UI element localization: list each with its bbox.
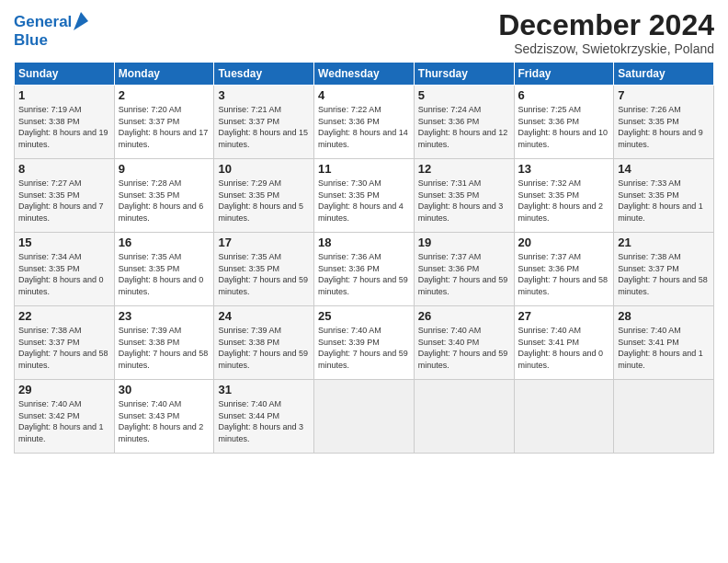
table-cell: 7 Sunrise: 7:26 AMSunset: 3:35 PMDayligh… (614, 86, 714, 159)
col-sunday: Sunday (15, 63, 115, 86)
col-wednesday: Wednesday (314, 63, 415, 86)
day-info: Sunrise: 7:29 AMSunset: 3:35 PMDaylight:… (218, 178, 310, 224)
col-tuesday: Tuesday (214, 63, 314, 86)
month-title: December 2024 (498, 9, 714, 41)
table-cell: 12 Sunrise: 7:31 AMSunset: 3:35 PMDaylig… (414, 159, 514, 233)
logo-general: General (14, 13, 72, 30)
day-info: Sunrise: 7:38 AMSunset: 3:37 PMDaylight:… (618, 251, 710, 297)
header: General Blue December 2024 Sedziszow, Sw… (14, 9, 714, 56)
table-cell: 9 Sunrise: 7:28 AMSunset: 3:35 PMDayligh… (114, 159, 214, 233)
col-monday: Monday (114, 63, 214, 86)
table-cell: 28 Sunrise: 7:40 AMSunset: 3:41 PMDaylig… (614, 306, 714, 380)
table-cell: 11 Sunrise: 7:30 AMSunset: 3:35 PMDaylig… (314, 159, 415, 233)
day-number: 28 (618, 309, 710, 323)
day-info: Sunrise: 7:40 AMSunset: 3:42 PMDaylight:… (18, 398, 110, 444)
table-cell: 2 Sunrise: 7:20 AMSunset: 3:37 PMDayligh… (114, 86, 214, 159)
table-cell: 29 Sunrise: 7:40 AMSunset: 3:42 PMDaylig… (15, 380, 115, 454)
table-cell: 30 Sunrise: 7:40 AMSunset: 3:43 PMDaylig… (114, 380, 214, 454)
table-cell (614, 380, 714, 454)
day-info: Sunrise: 7:21 AMSunset: 3:37 PMDaylight:… (218, 104, 310, 150)
col-thursday: Thursday (414, 63, 514, 86)
day-info: Sunrise: 7:33 AMSunset: 3:35 PMDaylight:… (618, 178, 710, 224)
table-cell: 31 Sunrise: 7:40 AMSunset: 3:44 PMDaylig… (214, 380, 314, 454)
table-cell (314, 380, 415, 454)
day-info: Sunrise: 7:40 AMSunset: 3:39 PMDaylight:… (318, 325, 410, 371)
day-info: Sunrise: 7:37 AMSunset: 3:36 PMDaylight:… (518, 251, 610, 297)
day-number: 25 (318, 309, 410, 323)
table-cell: 18 Sunrise: 7:36 AMSunset: 3:36 PMDaylig… (314, 233, 415, 306)
table-cell: 3 Sunrise: 7:21 AMSunset: 3:37 PMDayligh… (214, 86, 314, 159)
table-cell: 26 Sunrise: 7:40 AMSunset: 3:40 PMDaylig… (414, 306, 514, 380)
day-number: 9 (119, 162, 210, 176)
day-number: 7 (618, 88, 710, 102)
day-info: Sunrise: 7:39 AMSunset: 3:38 PMDaylight:… (119, 325, 210, 371)
day-number: 16 (119, 236, 210, 249)
day-info: Sunrise: 7:40 AMSunset: 3:43 PMDaylight:… (119, 398, 210, 444)
table-cell: 24 Sunrise: 7:39 AMSunset: 3:38 PMDaylig… (214, 306, 314, 380)
table-cell: 4 Sunrise: 7:22 AMSunset: 3:36 PMDayligh… (314, 86, 415, 159)
day-info: Sunrise: 7:26 AMSunset: 3:35 PMDaylight:… (618, 104, 710, 150)
day-info: Sunrise: 7:34 AMSunset: 3:35 PMDaylight:… (18, 251, 110, 297)
day-number: 18 (318, 236, 410, 249)
table-cell: 22 Sunrise: 7:38 AMSunset: 3:37 PMDaylig… (15, 306, 115, 380)
day-info: Sunrise: 7:39 AMSunset: 3:38 PMDaylight:… (218, 325, 310, 371)
table-cell: 27 Sunrise: 7:40 AMSunset: 3:41 PMDaylig… (514, 306, 614, 380)
table-cell: 1 Sunrise: 7:19 AMSunset: 3:38 PMDayligh… (15, 86, 115, 159)
week-row-2: 8 Sunrise: 7:27 AMSunset: 3:35 PMDayligh… (15, 159, 714, 233)
day-number: 2 (119, 88, 210, 102)
day-number: 4 (318, 88, 410, 102)
table-cell: 19 Sunrise: 7:37 AMSunset: 3:36 PMDaylig… (414, 233, 514, 306)
location-subtitle: Sedziszow, Swietokrzyskie, Poland (498, 41, 714, 56)
day-number: 22 (18, 309, 110, 323)
day-info: Sunrise: 7:31 AMSunset: 3:35 PMDaylight:… (418, 178, 510, 224)
day-info: Sunrise: 7:27 AMSunset: 3:35 PMDaylight:… (18, 178, 110, 224)
calendar-table: Sunday Monday Tuesday Wednesday Thursday… (14, 62, 714, 454)
table-cell: 20 Sunrise: 7:37 AMSunset: 3:36 PMDaylig… (514, 233, 614, 306)
table-cell: 6 Sunrise: 7:25 AMSunset: 3:36 PMDayligh… (514, 86, 614, 159)
table-cell: 13 Sunrise: 7:32 AMSunset: 3:35 PMDaylig… (514, 159, 614, 233)
day-info: Sunrise: 7:22 AMSunset: 3:36 PMDaylight:… (318, 104, 410, 150)
day-number: 21 (618, 236, 710, 249)
day-number: 26 (418, 309, 510, 323)
week-row-4: 22 Sunrise: 7:38 AMSunset: 3:37 PMDaylig… (15, 306, 714, 380)
day-number: 15 (18, 236, 110, 249)
day-number: 23 (119, 309, 210, 323)
week-row-1: 1 Sunrise: 7:19 AMSunset: 3:38 PMDayligh… (15, 86, 714, 159)
day-number: 5 (418, 88, 510, 102)
day-number: 29 (18, 383, 110, 396)
day-number: 8 (18, 162, 110, 176)
day-info: Sunrise: 7:36 AMSunset: 3:36 PMDaylight:… (318, 251, 410, 297)
svg-marker-0 (74, 12, 88, 30)
day-number: 11 (318, 162, 410, 176)
table-cell: 15 Sunrise: 7:34 AMSunset: 3:35 PMDaylig… (15, 233, 115, 306)
table-cell: 8 Sunrise: 7:27 AMSunset: 3:35 PMDayligh… (15, 159, 115, 233)
table-cell (514, 380, 614, 454)
day-info: Sunrise: 7:30 AMSunset: 3:35 PMDaylight:… (318, 178, 410, 224)
day-number: 10 (218, 162, 310, 176)
table-cell: 14 Sunrise: 7:33 AMSunset: 3:35 PMDaylig… (614, 159, 714, 233)
day-info: Sunrise: 7:25 AMSunset: 3:36 PMDaylight:… (518, 104, 610, 150)
day-info: Sunrise: 7:40 AMSunset: 3:40 PMDaylight:… (418, 325, 510, 371)
logo-blue: Blue (14, 31, 88, 50)
day-number: 24 (218, 309, 310, 323)
day-number: 17 (218, 236, 310, 249)
day-number: 20 (518, 236, 610, 249)
table-cell: 21 Sunrise: 7:38 AMSunset: 3:37 PMDaylig… (614, 233, 714, 306)
day-info: Sunrise: 7:40 AMSunset: 3:41 PMDaylight:… (618, 325, 710, 371)
day-number: 6 (518, 88, 610, 102)
page-container: General Blue December 2024 Sedziszow, Sw… (0, 0, 728, 463)
day-info: Sunrise: 7:20 AMSunset: 3:37 PMDaylight:… (119, 104, 210, 150)
week-row-5: 29 Sunrise: 7:40 AMSunset: 3:42 PMDaylig… (15, 380, 714, 454)
day-info: Sunrise: 7:38 AMSunset: 3:37 PMDaylight:… (18, 325, 110, 371)
day-number: 19 (418, 236, 510, 249)
table-cell: 10 Sunrise: 7:29 AMSunset: 3:35 PMDaylig… (214, 159, 314, 233)
week-row-3: 15 Sunrise: 7:34 AMSunset: 3:35 PMDaylig… (15, 233, 714, 306)
col-saturday: Saturday (614, 63, 714, 86)
day-info: Sunrise: 7:35 AMSunset: 3:35 PMDaylight:… (119, 251, 210, 297)
day-number: 30 (119, 383, 210, 396)
logo-icon (74, 12, 88, 30)
day-info: Sunrise: 7:28 AMSunset: 3:35 PMDaylight:… (119, 178, 210, 224)
table-cell: 17 Sunrise: 7:35 AMSunset: 3:35 PMDaylig… (214, 233, 314, 306)
day-number: 31 (218, 383, 310, 396)
col-friday: Friday (514, 63, 614, 86)
